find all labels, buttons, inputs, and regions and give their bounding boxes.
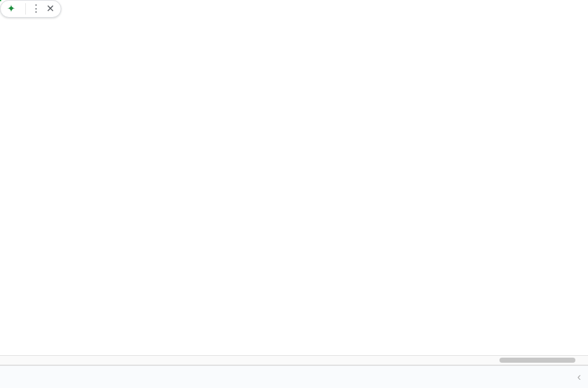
data-range-outline xyxy=(0,0,1,1)
horizontal-scrollbar[interactable] xyxy=(0,355,588,365)
chip-divider xyxy=(25,3,26,15)
all-sheets-button[interactable] xyxy=(21,366,43,389)
scrollbar-thumb[interactable] xyxy=(499,358,575,363)
spreadsheet-area: ✦ ⋮ ✕ xyxy=(0,0,588,365)
sheet-tab-bar: ‹ xyxy=(0,365,588,388)
add-sheet-button[interactable] xyxy=(0,366,21,389)
close-icon[interactable]: ✕ xyxy=(46,4,54,14)
sparkle-icon: ✦ xyxy=(7,4,15,14)
more-vert-icon[interactable]: ⋮ xyxy=(31,4,41,14)
tab-scroll-left-icon[interactable]: ‹ xyxy=(570,366,588,389)
convert-to-table-chip: ✦ ⋮ ✕ xyxy=(0,0,61,18)
